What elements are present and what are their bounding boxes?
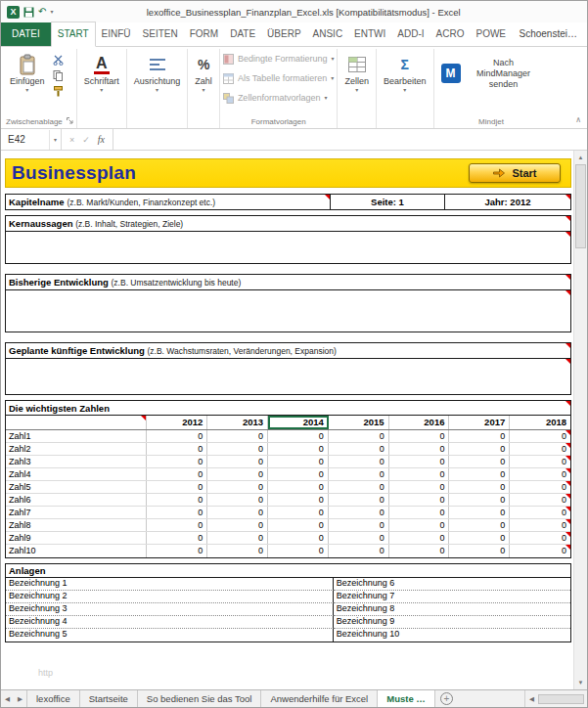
value-cell[interactable]: 0: [207, 443, 268, 455]
sheet-tab-lexoffice[interactable]: lexoffice: [26, 690, 80, 707]
value-cell[interactable]: 0: [510, 519, 570, 531]
value-cell[interactable]: 0: [510, 443, 570, 455]
sheet-tab-anwenderhilfe-für-excel[interactable]: Anwenderhilfe für Excel: [261, 690, 378, 707]
attachment-cell[interactable]: Bezeichnung 8: [334, 603, 570, 616]
value-cell[interactable]: 0: [389, 494, 450, 506]
row-label[interactable]: Zahl10: [6, 545, 147, 557]
value-cell[interactable]: 0: [510, 430, 570, 442]
undo-icon[interactable]: ↶: [38, 6, 46, 18]
row-label[interactable]: Zahl5: [6, 481, 147, 493]
cancel-icon[interactable]: ×: [69, 135, 74, 145]
value-cell[interactable]: 0: [329, 519, 389, 531]
value-cell[interactable]: 0: [510, 468, 570, 480]
value-cell[interactable]: 0: [147, 456, 207, 467]
format-painter-icon[interactable]: [51, 85, 67, 98]
year-cell[interactable]: Jahr: 2012: [445, 195, 570, 209]
row-label[interactable]: Zahl8: [6, 519, 147, 531]
value-cell[interactable]: 0: [449, 507, 510, 518]
value-cell[interactable]: 0: [147, 481, 207, 493]
value-cell[interactable]: 0: [329, 494, 389, 506]
new-sheet-button[interactable]: +: [440, 692, 453, 705]
hscroll-left-icon[interactable]: ◀: [525, 695, 538, 703]
value-cell[interactable]: 0: [329, 545, 389, 557]
vertical-scrollbar-thumb[interactable]: [575, 164, 586, 248]
value-cell[interactable]: 0: [268, 430, 329, 442]
value-cell[interactable]: 0: [207, 430, 268, 442]
tab-scroll-right-icon[interactable]: ▶: [14, 690, 26, 707]
format-as-table-button[interactable]: Als Tabelle formatieren ▾: [223, 69, 335, 87]
attachment-cell[interactable]: Bezeichnung 10: [334, 629, 570, 642]
value-cell[interactable]: 0: [207, 481, 268, 493]
value-cell[interactable]: 0: [510, 507, 570, 518]
cells-group-button[interactable]: Zellen ▾: [340, 50, 373, 94]
value-cell[interactable]: 0: [147, 494, 207, 506]
vertical-scrollbar-track[interactable]: [574, 248, 587, 676]
row-label[interactable]: Zahl4: [6, 468, 147, 480]
cell-styles-button[interactable]: Zellenformatvorlagen ▾: [223, 89, 335, 107]
value-cell[interactable]: 0: [449, 443, 510, 455]
ribbon-tab-entwicklertools[interactable]: ENTWI: [348, 22, 391, 46]
row-label[interactable]: Zahl6: [6, 494, 147, 506]
value-cell[interactable]: 0: [449, 456, 510, 467]
name-box-caret-icon[interactable]: ▾: [49, 130, 61, 150]
attachment-cell[interactable]: Bezeichnung 9: [334, 616, 570, 629]
value-cell[interactable]: 0: [268, 468, 329, 480]
ribbon-tab-seitenlayout[interactable]: SEITEN: [137, 22, 184, 46]
paste-button[interactable]: Einfügen ▾: [6, 50, 49, 94]
ribbon-tab-daten[interactable]: DATE: [224, 22, 261, 46]
tab-scroll-left-icon[interactable]: ◀: [1, 690, 14, 707]
ribbon-tab-start[interactable]: START: [51, 22, 96, 47]
value-cell[interactable]: 0: [268, 456, 329, 467]
value-cell[interactable]: 0: [268, 494, 329, 506]
numbers-corner-cell[interactable]: [6, 416, 147, 429]
ribbon-tab-formeln[interactable]: FORM: [184, 22, 224, 46]
value-cell[interactable]: 0: [207, 494, 268, 506]
value-cell[interactable]: 0: [449, 532, 510, 544]
row-label[interactable]: Zahl2: [6, 443, 147, 455]
value-cell[interactable]: 0: [207, 519, 268, 531]
value-cell[interactable]: 0: [268, 519, 329, 531]
row-label[interactable]: Zahl1: [6, 430, 147, 442]
row-label[interactable]: Zahl7: [6, 507, 147, 518]
value-cell[interactable]: 0: [268, 443, 329, 455]
value-cell[interactable]: 0: [510, 494, 570, 506]
value-cell[interactable]: 0: [147, 443, 207, 455]
year-header-2013[interactable]: 2013: [207, 416, 268, 429]
insert-function-icon[interactable]: fx: [98, 134, 105, 145]
value-cell[interactable]: 0: [389, 430, 450, 442]
value-cell[interactable]: 0: [329, 481, 389, 493]
value-cell[interactable]: 0: [389, 532, 450, 544]
value-cell[interactable]: 0: [389, 468, 450, 480]
sheet-tab-so-bedienen-sie-das-tool[interactable]: So bedienen Sie das Tool: [138, 690, 262, 707]
value-cell[interactable]: 0: [207, 468, 268, 480]
year-header-2014[interactable]: 2014: [268, 416, 329, 429]
attachment-cell[interactable]: Bezeichnung 5: [6, 629, 334, 642]
page-cell[interactable]: Seite: 1: [331, 195, 445, 209]
value-cell[interactable]: 0: [207, 507, 268, 518]
sheet-tab-startseite[interactable]: Startseite: [80, 690, 138, 707]
ribbon-tab-addins[interactable]: ADD-I: [391, 22, 430, 46]
value-cell[interactable]: 0: [510, 456, 570, 467]
attachment-cell[interactable]: Bezeichnung 7: [334, 591, 570, 603]
attachment-cell[interactable]: Bezeichnung 2: [6, 591, 334, 603]
ribbon-tab-einfuegen[interactable]: EINFÜ: [96, 22, 137, 46]
value-cell[interactable]: 0: [207, 532, 268, 544]
sheet-tab-muste-[interactable]: Muste …: [378, 690, 435, 707]
vertical-scrollbar[interactable]: ▲ ▼: [573, 151, 587, 689]
year-header-2018[interactable]: 2018: [510, 416, 570, 429]
ribbon-tab-acrobat[interactable]: ACRO: [430, 22, 471, 46]
ribbon-tab-powerpivot[interactable]: POWE: [470, 22, 512, 46]
year-header-2016[interactable]: 2016: [389, 416, 450, 429]
value-cell[interactable]: 0: [268, 545, 329, 557]
editing-group-button[interactable]: Σ Bearbeiten ▾: [380, 50, 430, 94]
value-cell[interactable]: 0: [389, 443, 450, 455]
section-header[interactable]: Bisherige Entwicklung (z.B. Umsatzentwic…: [6, 275, 570, 290]
chapter-name-cell[interactable]: Kapitelname (z.B. Markt/Kunden, Finanzko…: [6, 195, 331, 209]
value-cell[interactable]: 0: [329, 507, 389, 518]
ribbon-tab-account[interactable]: Schoenstei…: [514, 22, 583, 46]
value-cell[interactable]: 0: [147, 545, 207, 557]
year-header-2012[interactable]: 2012: [147, 416, 207, 429]
value-cell[interactable]: 0: [510, 532, 570, 544]
section-body[interactable]: [6, 290, 570, 332]
year-header-2017[interactable]: 2017: [449, 416, 510, 429]
